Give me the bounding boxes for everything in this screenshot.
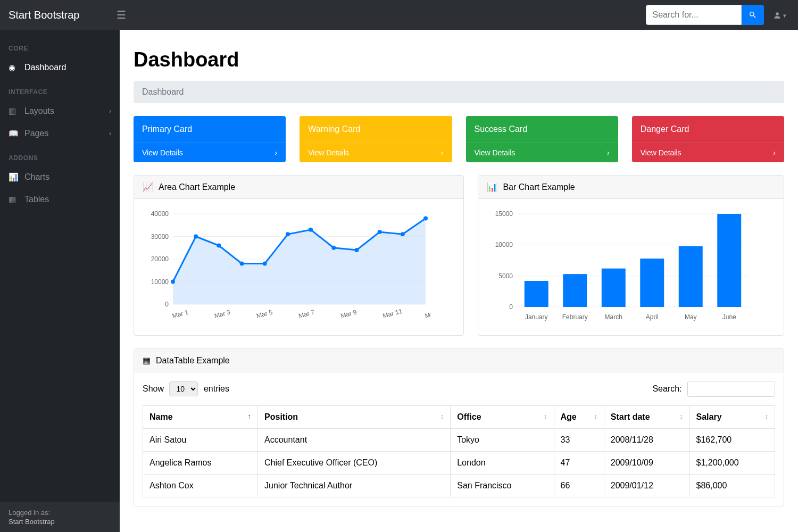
chevron-right-icon: › — [441, 148, 444, 157]
svg-rect-37 — [525, 281, 548, 307]
sort-icon: ↕ — [765, 412, 769, 420]
table-row: Ashton CoxJunior Technical AuthorSan Fra… — [143, 475, 775, 497]
svg-point-23 — [309, 228, 313, 232]
nav-heading: INTERFACE — [0, 79, 120, 100]
svg-point-28 — [423, 217, 428, 221]
svg-text:Mar 11: Mar 11 — [382, 307, 403, 320]
datatable: Name↑Position↕Office↕Age↕Start date↕Sala… — [143, 405, 775, 497]
svg-text:Mar 13: Mar 13 — [424, 307, 431, 320]
svg-point-17 — [171, 280, 175, 284]
svg-point-22 — [286, 232, 290, 236]
datatable-length: Show 10 entries — [143, 381, 229, 396]
col-start-date[interactable]: Start date↕ — [604, 406, 689, 429]
sidebar-item-label: Pages — [24, 129, 48, 138]
bar-chart-icon: 📊 — [487, 182, 497, 192]
svg-text:10000: 10000 — [495, 241, 513, 248]
caret-down-icon: ▾ — [783, 12, 786, 19]
card-title: Success Card — [466, 116, 618, 143]
sidebar-item-label: Dashboard — [24, 63, 66, 72]
svg-text:Mar 5: Mar 5 — [255, 308, 273, 320]
top-nav: Start Bootstrap ☰ ▾ — [0, 0, 798, 30]
card-link[interactable]: View Details› — [632, 143, 784, 162]
svg-point-18 — [194, 235, 198, 239]
user-menu[interactable]: ▾ — [770, 10, 789, 20]
svg-text:Mar 9: Mar 9 — [340, 308, 358, 320]
success-card: Success CardView Details› — [466, 116, 618, 162]
search-button[interactable] — [742, 5, 764, 25]
sidebar-item-layouts[interactable]: ▥Layouts› — [0, 100, 120, 122]
svg-text:0: 0 — [510, 303, 513, 311]
breadcrumb: Dashboard — [134, 81, 784, 103]
chart-icon: 📊 — [9, 172, 18, 182]
bar-chart-panel: 📊Bar Chart Example 050001000015000Januar… — [478, 175, 784, 336]
card-link[interactable]: View Details› — [466, 143, 618, 162]
sidebar-item-label: Tables — [24, 195, 49, 204]
svg-text:June: June — [722, 313, 736, 321]
svg-rect-39 — [563, 274, 587, 307]
card-title: Primary Card — [134, 116, 286, 143]
col-salary[interactable]: Salary↕ — [689, 406, 775, 429]
chevron-right-icon: › — [109, 130, 111, 137]
col-name[interactable]: Name↑ — [143, 406, 258, 429]
entries-select[interactable]: 10 — [169, 381, 198, 396]
datatable-search-input[interactable] — [687, 381, 775, 397]
datatable-search: Search: — [652, 381, 775, 397]
svg-rect-45 — [679, 246, 703, 307]
card-title: Warning Card — [300, 116, 452, 143]
svg-text:Mar 7: Mar 7 — [298, 308, 316, 320]
area-chart: 010000200003000040000Mar 1Mar 3Mar 5Mar … — [144, 209, 431, 326]
datatable-title: DataTable Example — [156, 356, 230, 365]
datatable-panel: ▦DataTable Example Show 10 entries Searc… — [134, 348, 784, 506]
col-office[interactable]: Office↕ — [451, 406, 554, 429]
col-age[interactable]: Age↕ — [554, 406, 604, 429]
book-icon: 📖 — [9, 129, 18, 138]
sidebar-item-pages[interactable]: 📖Pages› — [0, 122, 120, 145]
card-link[interactable]: View Details› — [300, 143, 452, 162]
svg-text:5000: 5000 — [499, 272, 513, 280]
user-icon — [774, 10, 781, 19]
card-title: Danger Card — [632, 116, 784, 143]
sidebar-item-dashboard[interactable]: ◉Dashboard — [0, 56, 120, 79]
dashboard-icon: ◉ — [9, 63, 18, 72]
svg-rect-43 — [641, 259, 664, 307]
primary-card: Primary CardView Details› — [134, 116, 286, 162]
col-position[interactable]: Position↕ — [258, 406, 451, 429]
area-chart-icon: 📈 — [143, 182, 153, 192]
nav-heading: CORE — [0, 35, 120, 56]
search-input[interactable] — [646, 5, 742, 25]
table-row: Airi SatouAccountantTokyo332008/11/28$16… — [143, 429, 775, 452]
svg-point-26 — [378, 230, 382, 234]
chevron-right-icon: › — [773, 148, 776, 157]
sidebar-item-tables[interactable]: ▦Tables — [0, 188, 120, 211]
svg-text:Mar 1: Mar 1 — [171, 308, 189, 320]
logged-in-label: Logged in as: — [9, 509, 111, 517]
nav-heading: ADDONS — [0, 145, 120, 166]
svg-text:Mar 3: Mar 3 — [213, 308, 231, 320]
bar-chart-title: Bar Chart Example — [503, 182, 575, 192]
svg-text:May: May — [685, 313, 697, 321]
search-group — [646, 5, 764, 25]
main-content: Dashboard Dashboard Primary CardView Det… — [120, 30, 798, 532]
sidebar: CORE◉DashboardINTERFACE▥Layouts›📖Pages›A… — [0, 30, 120, 532]
svg-point-21 — [263, 262, 267, 266]
chevron-right-icon: › — [275, 148, 278, 157]
table-icon: ▦ — [143, 355, 151, 365]
logged-in-user: Start Bootstrap — [9, 518, 111, 526]
brand[interactable]: Start Bootstrap — [9, 9, 79, 21]
sidebar-item-charts[interactable]: 📊Charts — [0, 166, 120, 188]
sidebar-toggle[interactable]: ☰ — [117, 9, 126, 21]
summary-cards: Primary CardView Details›Warning CardVie… — [134, 116, 784, 162]
table-icon: ▦ — [9, 195, 18, 204]
svg-point-19 — [217, 244, 221, 248]
sort-icon: ↑ — [248, 412, 252, 420]
sidebar-footer: Logged in as: Start Bootstrap — [0, 502, 120, 532]
svg-text:15000: 15000 — [495, 210, 513, 218]
svg-text:10000: 10000 — [151, 278, 169, 286]
danger-card: Danger CardView Details› — [632, 116, 784, 162]
svg-point-25 — [354, 248, 359, 252]
svg-rect-41 — [602, 269, 626, 307]
bar-chart: 050001000015000JanuaryFebruaryMarchApril… — [488, 209, 754, 326]
sort-icon: ↕ — [679, 412, 683, 420]
area-chart-panel: 📈Area Chart Example 01000020000300004000… — [134, 175, 464, 336]
card-link[interactable]: View Details› — [134, 143, 286, 162]
